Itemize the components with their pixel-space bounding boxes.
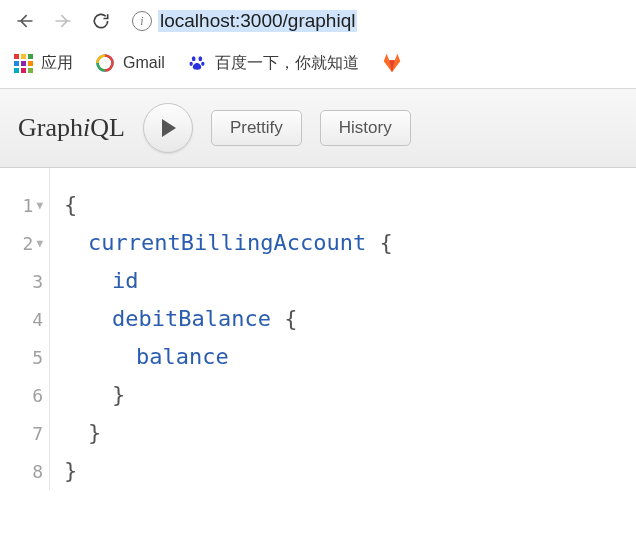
svg-point-4 [201,62,204,66]
baidu-bookmark[interactable]: 百度一下，你就知道 [187,53,359,74]
svg-point-1 [192,56,196,61]
gitlab-bookmark[interactable] [381,52,403,74]
svg-point-3 [189,62,192,66]
apps-grid-icon [14,54,33,73]
google-icon [95,53,115,73]
apps-bookmark[interactable]: 应用 [14,53,73,74]
url-text: localhost:3000/graphiql [158,10,357,32]
back-button[interactable] [10,6,40,36]
gmail-bookmark[interactable]: Gmail [95,53,165,73]
gmail-label: Gmail [123,54,165,72]
reload-button[interactable] [86,6,116,36]
play-icon [160,118,178,138]
apps-label: 应用 [41,53,73,74]
execute-button[interactable] [143,103,193,153]
arrow-left-icon [15,11,35,31]
graphiql-toolbar: GraphiQL Prettify History [0,88,636,168]
browser-nav-bar: i localhost:3000/graphiql [0,0,636,42]
gitlab-icon [381,52,403,74]
forward-button[interactable] [48,6,78,36]
line-gutter: 1▼ 2▼ 3 4 5 6 7 8 [0,168,50,490]
graphiql-logo: GraphiQL [18,113,125,143]
baidu-paw-icon [187,53,207,73]
svg-point-2 [198,56,202,61]
bookmarks-bar: 应用 Gmail 百度一下，你就知道 [0,42,636,88]
reload-icon [91,11,111,31]
baidu-label: 百度一下，你就知道 [215,53,359,74]
query-editor[interactable]: 1▼ 2▼ 3 4 5 6 7 8 { currentBillingAccoun… [0,168,636,490]
site-info-icon[interactable]: i [132,11,152,31]
history-button[interactable]: History [320,110,411,146]
arrow-right-icon [53,11,73,31]
code-area[interactable]: { currentBillingAccount { id debitBalanc… [50,168,636,490]
address-bar[interactable]: i localhost:3000/graphiql [124,6,626,36]
prettify-button[interactable]: Prettify [211,110,302,146]
